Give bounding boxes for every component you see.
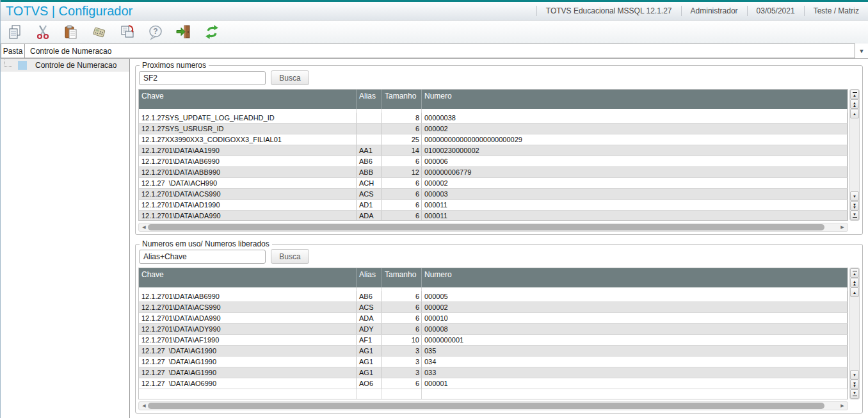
scroll-up-button[interactable]: ▲ [850,109,859,118]
scroll-to-top-button[interactable]: ▲ [850,268,859,278]
table-row[interactable]: 12.1.2701\DATA\ABB990ABB12000000006779 [139,167,848,178]
tree-item-label: Controle de Numeracao [35,61,117,70]
scroll-track[interactable] [850,297,859,370]
environment-label: TOTVS Educacional MSSQL 12.1.27 [536,6,681,17]
cell-alias: AB6 [357,291,382,301]
search-input[interactable] [139,71,266,85]
arrow-up-icon: ▲ [853,93,856,97]
tab-pasta[interactable]: Pasta [1,44,25,58]
cell-tamanho: 14 [382,145,422,156]
hscroll-thumb[interactable] [148,224,824,230]
refresh-icon [204,24,220,40]
column-header-alias[interactable]: Alias [357,268,382,287]
cell-chave: 12.1.27 \DATA\AG1990 [139,357,357,367]
hscroll-track[interactable] [148,224,839,230]
scroll-to-bottom-button[interactable]: ▼ [850,211,859,220]
table-row[interactable]: 12.1.27XX3990XX3_CODIGOXX3_FILIAL0125000… [139,134,848,145]
table-row[interactable]: 12.1.2701\DATA\ADA990ADA6000010 [139,313,848,324]
cell-numero: 0000000000000000000000029 [422,134,848,145]
scroll-track[interactable] [850,118,859,191]
search-row: Busca [139,249,860,264]
cell-alias: AO6 [357,378,382,389]
folder-combo[interactable]: Controle de Numeracao [24,44,855,58]
arrow-left-icon[interactable]: ◀ [140,225,148,230]
table-row[interactable]: 12.1.2701\DATA\ADY990ADY6000008 [139,324,848,335]
cell-numero: 000006 [422,156,848,166]
print-copies-icon [119,24,136,40]
table-row[interactable]: 12.1.27 \DATA\AG1990AG13033 [139,367,848,378]
scroll-page-down-button[interactable]: ▼▼ [850,380,859,389]
busca-button[interactable]: Busca [271,70,309,85]
column-header-chave[interactable]: Chave [139,90,357,109]
copy-button[interactable] [6,22,24,42]
exit-button[interactable] [175,22,193,42]
table-row[interactable]: 12.1.27 \DATA\AO6990AO66000001 [139,378,848,389]
table-row[interactable]: 12.1.27 \DATA\AG1990AG13035 [139,346,848,357]
scroll-down-button[interactable]: ▼ [850,191,859,201]
table-row[interactable]: 12.1.27 \DATA\ACH990ACH6000002 [139,178,848,189]
help-button[interactable]: ? [147,22,165,42]
cell-tamanho: 6 [382,302,422,312]
arrow-left-icon[interactable]: ◀ [140,403,148,408]
scroll-down-button[interactable]: ▼ [850,370,859,380]
busca-button[interactable]: Busca [271,249,309,264]
cell-numero: 035 [422,346,848,356]
refresh-button[interactable] [203,22,221,42]
arrow-right-icon[interactable]: ▶ [839,403,846,408]
column-header-numero[interactable]: Numero [422,90,848,109]
table-row[interactable]: 12.1.2701\DATA\ACS990ACS6000002 [139,302,848,313]
table-row[interactable]: 12.1.2701\DATA\AF1990AF1100000000001 [139,335,848,346]
cell-chave: 12.1.27 \DATA\AG1990 [139,367,357,378]
table-row[interactable]: 12.1.27 \DATA\AG1990AG13034 [139,357,848,367]
cell-alias [357,124,382,134]
vertical-scrollbar[interactable]: ▲ ▲▲ ▲ ▼ ▼▼ ▼ [849,89,860,221]
table-row[interactable]: 12.1.2701\DATA\AB6990AB66000005 [139,291,848,302]
table-row[interactable]: 12.1.2701\DATA\ACS990ACS6000003 [139,189,848,200]
user-label: Administrador [681,6,747,17]
table-row[interactable]: 12.1.2701\DATA\AB6990AB66000006 [139,156,848,167]
cut-button[interactable] [34,22,52,42]
horizontal-scrollbar[interactable]: ◀ ▶ [138,401,848,410]
arrow-right-icon[interactable]: ▶ [839,225,846,230]
print-copies-button[interactable] [118,22,136,42]
chevron-down-icon[interactable]: ▼ [855,44,868,58]
cell-chave: 12.1.27XX3990XX3_CODIGOXX3_FILIAL01 [139,134,357,145]
horizontal-scrollbar[interactable]: ◀ ▶ [138,223,848,232]
date-label: 03/05/2021 [747,6,804,17]
vertical-scrollbar[interactable]: ▲ ▲▲ ▲ ▼ ▼▼ ▼ [849,268,860,399]
cell-numero: 000011 [422,211,848,221]
column-header-numero[interactable]: Numero [422,268,848,287]
content-area: Controle de Numeracao Proximos numeros B… [1,59,868,418]
arrow-up-icon: ▲ [853,272,856,276]
column-header-chave[interactable]: Chave [139,268,357,287]
proximos-numeros-grid: Chave Alias Tamanho Numero 12.1.27SYS_UP… [138,89,848,221]
table-row[interactable]: 12.1.2701\DATA\AA1990AA11401000230000002 [139,145,848,156]
scroll-page-down-button[interactable]: ▼▼ [850,201,859,211]
column-header-tamanho[interactable]: Tamanho [382,268,422,287]
cell-tamanho: 6 [382,291,422,301]
arrow-down-icon: ▼ [853,391,856,395]
paste-button[interactable] [62,22,80,42]
column-header-tamanho[interactable]: Tamanho [382,90,422,109]
column-header-alias[interactable]: Alias [357,90,382,109]
table-row[interactable]: 12.1.2701\DATA\ADA990ADA6000011 [139,211,848,221]
scroll-page-up-button[interactable]: ▲▲ [850,278,859,287]
scroll-to-top-button[interactable]: ▲ [850,90,859,99]
cell-numero: 000000006779 [422,167,848,177]
cell-tamanho: 3 [382,346,422,356]
scroll-page-up-button[interactable]: ▲▲ [850,99,859,109]
table-row[interactable]: 12.1.27SYS_USRUSR_ID6000002 [139,124,848,134]
hscroll-thumb[interactable] [148,403,824,409]
calculator-button[interactable] [90,22,108,42]
arrow-down-icon: ▼ [853,195,856,198]
tree-item-controle-de-numeracao[interactable]: Controle de Numeracao [1,59,129,72]
search-input[interactable] [139,250,266,264]
table-row[interactable]: 12.1.27SYS_UPDATE_LOG_HEADHD_ID800000038 [139,113,848,124]
table-row[interactable]: 12.1.2701\DATA\AD1990AD16000011 [139,200,848,211]
arrow-up-icon: ▲ [853,112,856,116]
hscroll-track[interactable] [148,403,839,409]
grid-body: 12.1.2701\DATA\AB6990AB6600000512.1.2701… [139,291,848,389]
scroll-up-button[interactable]: ▲ [850,287,859,297]
scroll-to-bottom-button[interactable]: ▼ [850,389,859,399]
cell-alias: AB6 [357,156,382,166]
